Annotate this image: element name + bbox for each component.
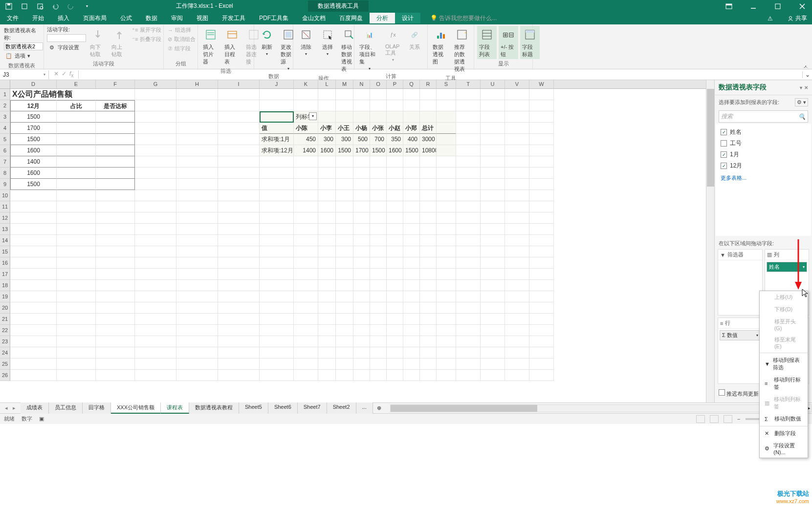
cell[interactable]: [456, 156, 481, 168]
cell[interactable]: [135, 370, 176, 381]
area-pill-values-rows[interactable]: Σ 数值▾: [720, 330, 761, 340]
cell[interactable]: [437, 280, 456, 291]
cell[interactable]: 小王: [336, 123, 353, 134]
cell[interactable]: [481, 123, 505, 134]
cell[interactable]: [353, 370, 370, 381]
cell[interactable]: [403, 291, 420, 302]
cell[interactable]: [176, 246, 218, 257]
cell[interactable]: [353, 246, 370, 257]
cell[interactable]: [318, 257, 336, 269]
cell[interactable]: 1500: [10, 111, 57, 123]
cell[interactable]: [505, 325, 529, 336]
cell[interactable]: [403, 201, 420, 212]
row-header-20[interactable]: 20: [0, 302, 10, 314]
cell[interactable]: [260, 370, 294, 381]
cell[interactable]: [176, 269, 218, 280]
cell[interactable]: [456, 212, 481, 224]
cell[interactable]: [403, 269, 420, 280]
cell[interactable]: [387, 201, 403, 212]
cell[interactable]: [456, 325, 481, 336]
cell[interactable]: [218, 246, 260, 257]
cell[interactable]: 700: [370, 134, 387, 145]
qat-customize-icon[interactable]: ▾: [82, 1, 92, 11]
area-pill-name[interactable]: 姓名▾: [767, 262, 808, 272]
cell[interactable]: [294, 314, 318, 325]
recommend-pivot-button[interactable]: 推荐的数据透视表: [452, 26, 472, 74]
cell[interactable]: [420, 314, 437, 325]
cell[interactable]: [218, 235, 260, 246]
cell[interactable]: [336, 201, 353, 212]
plus-minus-button[interactable]: ⊞⊟+/- 按钮: [499, 26, 518, 59]
cell[interactable]: 小赵: [387, 123, 403, 134]
cell[interactable]: [420, 201, 437, 212]
cell[interactable]: [505, 123, 529, 134]
cell[interactable]: [96, 280, 135, 291]
cell[interactable]: [57, 291, 96, 302]
cell[interactable]: [10, 347, 57, 358]
clear-button[interactable]: 清除▾: [296, 26, 316, 57]
cell[interactable]: [505, 302, 529, 314]
field-settings-button[interactable]: ⚙字段设置: [47, 43, 86, 52]
cell[interactable]: [294, 291, 318, 302]
cell[interactable]: [481, 212, 505, 224]
cell[interactable]: [260, 269, 294, 280]
cell[interactable]: [336, 325, 353, 336]
cell[interactable]: [529, 246, 554, 257]
col-header-W[interactable]: W: [529, 80, 554, 88]
cell[interactable]: [481, 179, 505, 190]
select-all-corner[interactable]: [0, 80, 10, 88]
cell[interactable]: [176, 347, 218, 358]
cell[interactable]: [437, 269, 456, 280]
cell[interactable]: [529, 111, 554, 123]
cell[interactable]: [456, 336, 481, 347]
cell[interactable]: [370, 156, 387, 168]
formula-input[interactable]: [79, 74, 802, 76]
row-header-11[interactable]: 11: [0, 201, 10, 212]
cell[interactable]: [96, 212, 135, 224]
cell[interactable]: [57, 325, 96, 336]
cell[interactable]: [387, 291, 403, 302]
cell[interactable]: [176, 370, 218, 381]
cell[interactable]: [353, 190, 370, 201]
fields-items-button[interactable]: 📊字段、项目和集▾: [357, 26, 381, 72]
row-header-12[interactable]: 12: [0, 212, 10, 224]
cell[interactable]: [336, 269, 353, 280]
cell[interactable]: [135, 325, 176, 336]
cell[interactable]: [57, 190, 96, 201]
cell[interactable]: [57, 212, 96, 224]
cell[interactable]: [437, 370, 456, 381]
sheet-tab-Sheet5[interactable]: Sheet5: [239, 402, 268, 414]
cell[interactable]: [370, 269, 387, 280]
col-header-L[interactable]: L: [318, 80, 336, 88]
cell[interactable]: [318, 168, 336, 179]
cell[interactable]: [336, 291, 353, 302]
ribbon-tab-数据[interactable]: 数据: [139, 13, 164, 23]
cell[interactable]: [353, 280, 370, 291]
col-header-M[interactable]: M: [336, 80, 353, 88]
cell[interactable]: [353, 156, 370, 168]
cell[interactable]: [529, 123, 554, 134]
cell[interactable]: [218, 314, 260, 325]
cell[interactable]: [10, 190, 57, 201]
cell[interactable]: 1500: [336, 145, 353, 156]
cell[interactable]: [481, 269, 505, 280]
cell[interactable]: [96, 224, 135, 235]
cell[interactable]: [336, 257, 353, 269]
cell[interactable]: [294, 89, 318, 100]
cell[interactable]: [336, 100, 353, 111]
cell[interactable]: [456, 145, 481, 156]
expand-field-button[interactable]: ⁺≡ 展开字段: [131, 26, 162, 34]
cell[interactable]: [336, 156, 353, 168]
cell[interactable]: 1600: [10, 168, 57, 179]
row-header-3[interactable]: 3: [0, 111, 10, 123]
sheet-tab-成绩表[interactable]: 成绩表: [21, 402, 49, 414]
cell[interactable]: [437, 201, 456, 212]
menu-item-9[interactable]: ⚙字段设置(N)...: [760, 440, 808, 458]
cell[interactable]: [57, 358, 96, 370]
cell[interactable]: [370, 246, 387, 257]
formula-fx-icon[interactable]: fx: [69, 70, 73, 78]
cell[interactable]: [318, 325, 336, 336]
area-rows[interactable]: ≡行 Σ 数值▾: [718, 317, 763, 384]
cell[interactable]: [135, 156, 176, 168]
cell[interactable]: [353, 269, 370, 280]
